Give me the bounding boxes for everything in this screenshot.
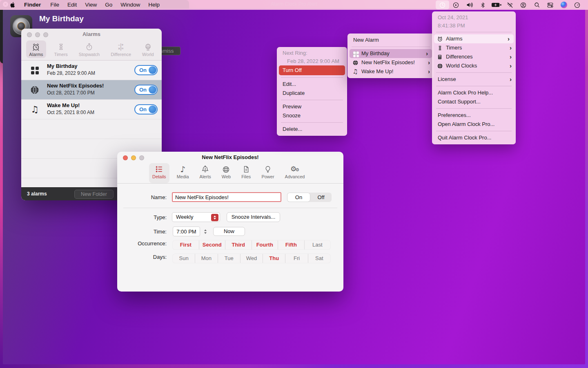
menu-finder[interactable]: Finder bbox=[19, 0, 46, 10]
now-button[interactable]: Now bbox=[213, 227, 245, 236]
user-menu-extra[interactable] bbox=[517, 0, 530, 9]
bluetooth-menu-extra[interactable] bbox=[476, 0, 490, 9]
music-note-icon: ♫ bbox=[30, 105, 40, 114]
menu-item-duplicate[interactable]: Duplicate bbox=[277, 89, 347, 98]
alarm-toggle[interactable]: On bbox=[134, 104, 158, 114]
new-folder-button[interactable]: New Folder bbox=[74, 190, 114, 199]
menu-item-wake-me-up[interactable]: ♫ Wake Me Up! › bbox=[347, 67, 434, 76]
play-menu-extra[interactable] bbox=[449, 0, 463, 9]
alarm-row-my-birthday[interactable]: My Birthday Feb 28, 2022 9:00 AM On bbox=[21, 61, 162, 80]
day-wed[interactable]: Wed bbox=[241, 254, 263, 263]
menu-item-turn-off[interactable]: Turn Off bbox=[279, 65, 345, 75]
tab-web[interactable]: Web bbox=[218, 163, 234, 183]
toolbar-tab-timers[interactable]: Timers bbox=[51, 40, 71, 58]
snooze-intervals-button[interactable]: Snooze Intervals... bbox=[227, 212, 280, 222]
occurrence-third[interactable]: Third bbox=[225, 240, 252, 249]
alarms-window-header: Alarms Alarms Timers bbox=[21, 29, 162, 61]
menu-window[interactable]: Window bbox=[116, 0, 144, 10]
toolbar-tab-stopwatch[interactable]: Stopwatch bbox=[76, 40, 102, 58]
spotlight-menu-extra[interactable] bbox=[530, 0, 543, 9]
on-segment[interactable]: On bbox=[287, 193, 310, 202]
alarm-toggle[interactable]: On bbox=[134, 65, 158, 75]
submenu-chevron-icon: › bbox=[510, 75, 512, 83]
alarm-toggle[interactable]: On bbox=[134, 85, 158, 95]
close-button[interactable] bbox=[123, 155, 128, 160]
off-segment[interactable]: Off bbox=[310, 193, 332, 202]
occurrence-last[interactable]: Last bbox=[305, 240, 331, 249]
tab-power[interactable]: Power bbox=[258, 163, 277, 183]
siri-menu-extra[interactable] bbox=[557, 0, 570, 9]
battery-menu-extra[interactable] bbox=[490, 0, 503, 9]
menu-item-timers[interactable]: Timers › bbox=[432, 43, 516, 52]
alarm-row-wake-me-up[interactable]: ♫ Wake Me Up! Oct 25, 2021 8:00 AM On bbox=[21, 100, 162, 119]
play-circle-icon bbox=[452, 2, 459, 9]
tab-label: Media bbox=[177, 174, 189, 179]
menu-edit[interactable]: Edit bbox=[63, 0, 81, 10]
close-button[interactable] bbox=[27, 32, 32, 37]
menu-item-edit[interactable]: Edit... bbox=[277, 80, 347, 89]
alarm-count: 3 alarms bbox=[27, 188, 47, 200]
menu-item-alarms[interactable]: Alarms › bbox=[434, 34, 514, 43]
occurrence-fifth[interactable]: Fifth bbox=[278, 240, 305, 249]
submenu-chevron-icon: › bbox=[508, 34, 510, 43]
menu-item-my-birthday[interactable]: My Birthday › bbox=[350, 49, 432, 58]
minimize-button[interactable] bbox=[131, 155, 136, 160]
zoom-button[interactable] bbox=[43, 32, 48, 37]
control-center-menu-extra[interactable] bbox=[543, 0, 557, 9]
menu-item-differences[interactable]: Differences › bbox=[432, 52, 516, 61]
menu-bar: Finder File Edit View Go Window Help bbox=[0, 0, 588, 10]
occurrence-second[interactable]: Second bbox=[199, 240, 226, 249]
menu-file[interactable]: File bbox=[46, 0, 63, 10]
alarm-clock-menu-extra[interactable] bbox=[436, 0, 449, 9]
type-dropdown[interactable]: Weekly bbox=[172, 212, 220, 222]
zoom-button[interactable] bbox=[139, 155, 144, 160]
menu-item-snooze[interactable]: Snooze bbox=[277, 111, 347, 120]
tab-files[interactable]: Files bbox=[238, 163, 254, 183]
menu-item-world-clocks[interactable]: World Clocks › bbox=[432, 61, 516, 70]
clock-app-menu-extra[interactable] bbox=[570, 0, 584, 9]
menu-go[interactable]: Go bbox=[101, 0, 116, 10]
bluetooth-icon bbox=[480, 2, 486, 9]
name-input[interactable] bbox=[172, 192, 281, 202]
type-value: Weekly bbox=[176, 213, 193, 222]
menu-item-netflix[interactable]: New NetFlix Episodes! › bbox=[347, 58, 434, 67]
tab-details[interactable]: Details bbox=[149, 163, 169, 183]
tab-alerts[interactable]: Alerts bbox=[196, 163, 214, 183]
toolbar-tab-world[interactable]: World bbox=[139, 40, 157, 58]
day-tue[interactable]: Tue bbox=[218, 254, 241, 263]
wifi-menu-extra[interactable] bbox=[503, 0, 517, 9]
menu-separator bbox=[436, 131, 512, 131]
menu-item-preferences[interactable]: Preferences... bbox=[432, 111, 516, 120]
menu-help[interactable]: Help bbox=[144, 0, 164, 10]
menu-view[interactable]: View bbox=[81, 0, 101, 10]
menu-item-delete[interactable]: Delete... bbox=[277, 125, 347, 134]
day-mon[interactable]: Mon bbox=[195, 254, 218, 263]
day-fri[interactable]: Fri bbox=[285, 254, 308, 263]
day-thu[interactable]: Thu bbox=[263, 254, 285, 263]
menu-item-new-alarm[interactable]: New Alarm bbox=[347, 36, 434, 45]
toolbar-tab-alarms[interactable]: Alarms bbox=[26, 40, 46, 58]
menu-item-quit[interactable]: Quit Alarm Clock Pro... bbox=[432, 133, 516, 142]
time-input[interactable] bbox=[173, 227, 200, 236]
days-segmented-control: Sun Mon Tue Wed Thu Fri Sat bbox=[173, 254, 330, 263]
minimize-button[interactable] bbox=[35, 32, 40, 37]
day-sun[interactable]: Sun bbox=[173, 254, 195, 263]
menu-item-license[interactable]: License › bbox=[432, 75, 516, 84]
apple-menu[interactable] bbox=[7, 1, 19, 9]
alarm-row-netflix[interactable]: New NetFlix Episodes! Oct 28, 2021 7:00 … bbox=[21, 80, 162, 100]
tab-media[interactable]: ♪ Media bbox=[174, 163, 192, 183]
time-stepper[interactable] bbox=[202, 227, 209, 236]
occurrence-fourth[interactable]: Fourth bbox=[252, 240, 278, 249]
menu-item-preview[interactable]: Preview bbox=[277, 102, 347, 111]
menu-item-open-app[interactable]: Open Alarm Clock Pro... bbox=[432, 120, 516, 129]
tab-label: Advanced bbox=[285, 174, 305, 179]
tab-advanced[interactable]: ⚙⚙ Advanced bbox=[282, 163, 308, 183]
occurrence-first[interactable]: First bbox=[173, 240, 199, 249]
occurrence-label: Occurrence: bbox=[117, 240, 167, 247]
toolbar-tab-difference[interactable]: −|+×|= Difference bbox=[108, 40, 134, 58]
menu-item-contact-support[interactable]: Contact Support... bbox=[432, 97, 516, 106]
search-icon bbox=[534, 2, 540, 8]
volume-menu-extra[interactable] bbox=[463, 0, 476, 9]
day-sat[interactable]: Sat bbox=[308, 254, 330, 263]
menu-item-help[interactable]: Alarm Clock Pro Help... bbox=[432, 88, 516, 97]
